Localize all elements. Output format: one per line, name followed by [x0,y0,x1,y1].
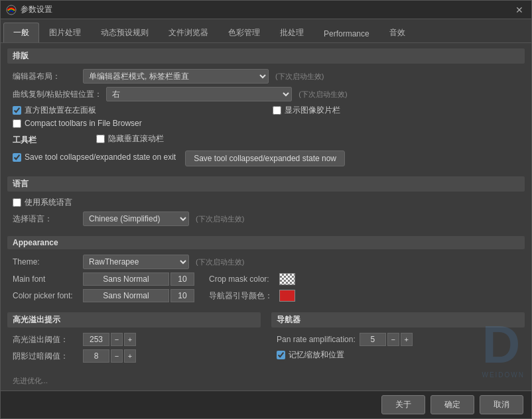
choose-language-row: 选择语言： Chinese (Simplified) (下次启动生效) [13,211,519,226]
navigator-body: Pan rate amplification: − + 记忆缩放和位置 [271,331,525,365]
theme-row: Theme: RawTherapee (下次启动生效) [13,255,519,269]
histogram-row: 直方图放置在左面板 [13,105,259,116]
shadow-minus-btn[interactable]: − [111,349,123,363]
remember-row: 记忆缩放和位置 [277,349,519,361]
histogram-label: 直方图放置在左面板 [25,105,96,116]
main-font-row: Main font Crop mask color: [13,272,519,286]
editor-layout-row: 编辑器布局： 单编辑器栏模式, 标签栏垂直 (下次启动生效) [13,69,519,84]
crop-mask-swatch[interactable] [279,273,295,285]
highlight-section: 高光溢出提示 高光溢出阈值： − + 阴影过暗阈值： [7,312,261,367]
editor-layout-select[interactable]: 单编辑器栏模式, 标签栏垂直 [83,69,269,84]
color-picker-font-group [83,289,194,302]
histogram-checkbox[interactable] [13,106,21,115]
curve-select[interactable]: 右 [106,87,292,101]
filmstrip-label: 显示图像胶片栏 [285,105,340,116]
main-font-label: Main font [13,274,79,284]
editor-layout-label: 编辑器布局： [13,71,79,82]
filmstrip-checkbox[interactable] [273,106,281,115]
tab-batch[interactable]: 批处理 [270,23,314,42]
pan-rate-minus-btn[interactable]: − [387,333,399,346]
tab-image[interactable]: 图片处理 [39,23,91,42]
pan-rate-plus-btn[interactable]: + [401,333,413,346]
language-select[interactable]: Chinese (Simplified) [83,211,189,226]
tab-performance[interactable]: Performance [314,25,379,42]
pan-rate-label: Pan rate amplification: [277,335,356,344]
remember-label: 记忆缩放和位置 [289,349,344,361]
main-window: 参数设置 ✕ 一般 图片处理 动态预设规则 文件浏览器 色彩管理 批处理 Per… [0,0,532,419]
language-header: 语言 [7,176,525,192]
curve-label: 曲线复制/粘贴按钮位置： [13,89,102,100]
tab-color[interactable]: 色彩管理 [218,23,270,42]
left-checkboxes: 直方图放置在左面板 Compact toolbars in File Brows… [13,105,259,131]
appearance-header: Appearance [7,236,525,249]
highlight-header: 高光溢出提示 [7,312,261,328]
theme-label: Theme: [13,257,79,267]
curve-note: (下次启动生效) [299,90,347,99]
layout-section: 排版 编辑器布局： 单编辑器栏模式, 标签栏垂直 (下次启动生效) 曲线复制/粘… [7,48,525,171]
pan-rate-input[interactable] [360,333,386,346]
hide-scrollbar-checkbox[interactable] [96,135,105,143]
shadow-spinner: − + [83,349,136,363]
highlight-threshold-row: 高光溢出阈值： − + [13,333,255,346]
highlight-value-input[interactable] [83,333,109,346]
compact-checkbox[interactable] [13,119,21,128]
close-button[interactable]: ✕ [513,3,526,17]
layout-header: 排版 [7,48,525,64]
bottom-placeholder: 先进优化... [7,373,525,389]
navigator-color-swatch[interactable] [279,290,295,302]
about-button[interactable]: 关于 [381,395,425,414]
cancel-button[interactable]: 取消 [480,395,523,414]
color-picker-font-size-input[interactable] [170,289,194,302]
appearance-body: Theme: RawTherapee (下次启动生效) Main font Cr… [7,253,525,307]
use-system-checkbox[interactable] [13,198,21,207]
window-title: 参数设置 [21,4,52,15]
highlight-threshold-label: 高光溢出阈值： [13,334,79,345]
crop-mask-label: Crop mask color: [209,274,275,284]
shadow-value-input[interactable] [83,349,109,363]
highlight-plus-btn[interactable]: + [124,333,136,346]
navigator-color-label: 导航器引导颜色： [209,290,275,302]
choose-language-label: 选择语言： [13,213,79,225]
tab-dynamic[interactable]: 动态预设规则 [91,23,159,42]
hide-scrollbar-row: 隐藏垂直滚动栏 [96,133,164,145]
tab-browser[interactable]: 文件浏览器 [159,23,218,42]
filmstrip-row: 显示图像胶片栏 [273,105,519,116]
curve-row: 曲线复制/粘贴按钮位置： 右 (下次启动生效) [13,87,519,101]
language-section: 语言 使用系统语言 选择语言： Chinese (Simplified) (下次… [7,176,525,231]
use-system-row: 使用系统语言 [13,197,519,208]
save-state-label: Save tool collapsed/expanded state on ex… [25,152,176,162]
save-state-row: Save tool collapsed/expanded state on ex… [13,150,519,166]
language-body: 使用系统语言 选择语言： Chinese (Simplified) (下次启动生… [7,196,525,231]
tab-general[interactable]: 一般 [3,23,39,42]
layout-body: 编辑器布局： 单编辑器栏模式, 标签栏垂直 (下次启动生效) 曲线复制/粘贴按钮… [7,68,525,171]
shadow-plus-btn[interactable]: + [124,349,136,363]
navigator-header: 导航器 [271,312,525,328]
main-font-size-input[interactable] [170,272,194,286]
theme-select[interactable]: RawTherapee [83,255,189,269]
save-state-checkbox[interactable] [13,153,21,162]
color-picker-font-input[interactable] [83,289,169,302]
pan-rate-spinner: − + [360,333,413,346]
save-state-now-button[interactable]: Save tool collapsed/expanded state now [185,150,345,166]
right-checkboxes: 显示图像胶片栏 [273,105,519,131]
ok-button[interactable]: 确定 [431,395,474,414]
tab-bar: 一般 图片处理 动态预设规则 文件浏览器 色彩管理 批处理 Performanc… [1,19,531,43]
appearance-section: Appearance Theme: RawTherapee (下次启动生效) M… [7,236,525,307]
compact-row: Compact toolbars in File Browser [13,119,259,128]
main-font-input[interactable] [83,272,169,286]
app-icon [6,5,17,15]
save-state-check-row: Save tool collapsed/expanded state on ex… [13,152,176,162]
highlight-body: 高光溢出阈值： − + 阴影过暗阈值： − + [7,331,261,367]
remember-checkbox[interactable] [277,351,285,359]
use-system-label: 使用系统语言 [25,197,72,208]
pan-rate-row: Pan rate amplification: − + [277,333,519,346]
toolbar-label: 工具栏 [13,135,79,146]
shadow-threshold-label: 阴影过暗阈值： [13,351,79,362]
bottom-dots: 先进优化... [13,376,48,386]
highlight-minus-btn[interactable]: − [111,333,123,346]
color-picker-font-row: Color picker font: 导航器引导颜色： [13,289,519,302]
language-note: (下次启动生效) [196,214,244,224]
tab-audio[interactable]: 音效 [379,23,415,42]
highlight-spinner: − + [83,333,136,346]
title-bar: 参数设置 ✕ [1,1,531,19]
